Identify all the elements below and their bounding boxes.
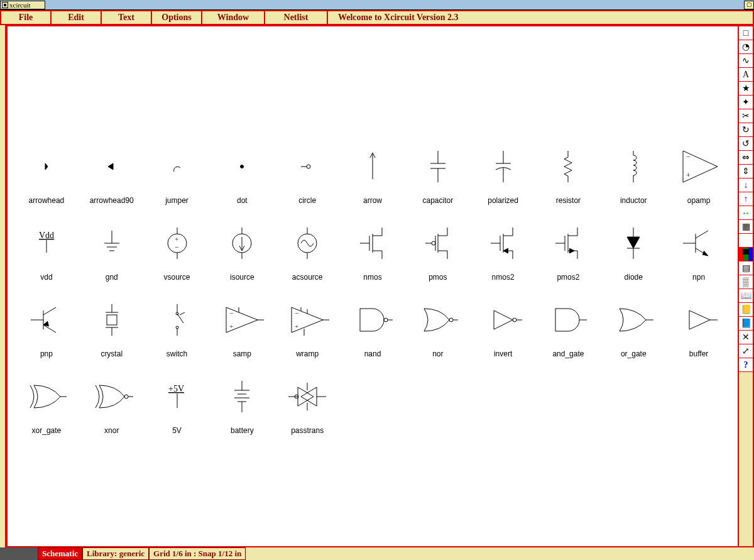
svg-line-81 [180,312,185,315]
symbol-crystal [79,293,145,347]
library-label: invert [494,349,512,358]
symbol-xnor [79,370,145,424]
library-item-opamp[interactable]: −+opamp [666,140,731,205]
tool-cut[interactable]: ✂ [739,109,753,123]
svg-text:−: − [229,309,233,317]
symbol-gnd [79,216,145,270]
library-item-resistor[interactable]: resistor [536,140,601,205]
tool-star[interactable]: ★ [739,82,753,96]
library-item-or_gate[interactable]: or_gate [601,293,666,358]
library-item-capacitor[interactable]: capacitor [405,140,471,205]
library-item-samp[interactable]: −+samp [209,293,275,358]
tool-book3[interactable]: 📘 [739,317,753,331]
svg-text:+: + [686,171,691,180]
tool-color-swatch[interactable]: ▀ [739,248,753,261]
status-schematic[interactable]: Schematic [38,547,82,560]
library-item-switch[interactable]: switch [145,293,210,358]
library-label: acsource [292,273,323,282]
window-title: xcircuit [9,1,31,9]
tool-rotate-cw[interactable]: ↻ [739,123,753,137]
tool-edit-star[interactable]: ✦ [739,96,753,109]
tool-zoom-fit[interactable]: ✕ [739,331,753,344]
library-label: isource [230,273,254,282]
library-label: dot [237,196,248,205]
library-item-nmos2[interactable]: nmos2 [471,216,536,282]
library-item-jumper[interactable]: jumper [145,140,210,205]
library-item-xor_gate[interactable]: xor_gate [14,370,79,435]
library-item-npn[interactable]: npn [666,216,731,282]
library-item-nmos[interactable]: nmos [340,216,405,282]
menu-text[interactable]: Text [102,11,152,24]
library-item-nor[interactable]: nor [405,293,471,358]
library-item-battery[interactable]: battery [209,370,275,435]
tool-book1[interactable]: 📖 [739,289,753,303]
tool-flip-h[interactable]: ⇔ [739,151,753,165]
library-item-5V[interactable]: +5V5V [145,370,210,435]
svg-point-0 [241,165,244,168]
menu-window[interactable]: Window [202,11,265,24]
library-label: arrowhead90 [90,196,134,205]
symbol-switch [145,293,210,347]
minimize-icon[interactable]: ▢ [744,1,754,9]
tool-flip-v[interactable]: ⇕ [739,165,753,178]
library-item-acsource[interactable]: acsource [275,216,340,282]
library-item-xnor[interactable]: xnor [79,370,145,435]
tool-rotate-ccw[interactable]: ↺ [739,137,753,151]
symbol-vdd: Vdd [14,216,79,270]
library-item-dot[interactable]: dot [209,140,275,205]
library-label: npn [692,273,705,282]
library-item-wramp[interactable]: −+wramp [275,293,340,358]
system-menu-icon[interactable]: xcircuit [0,1,45,9]
menu-options[interactable]: Options [152,11,202,24]
library-item-gnd[interactable]: gnd [79,216,145,282]
menu-bar: File Edit Text Options Window Netlist We… [0,10,754,25]
tool-book2[interactable]: 📒 [739,303,753,317]
library-item-diode[interactable]: diode [601,216,666,282]
menu-edit[interactable]: Edit [52,11,102,24]
symbol-polarized [471,140,536,194]
tool-spline[interactable]: ∿ [739,54,753,68]
library-item-circle[interactable]: circle [275,140,340,205]
svg-point-96 [449,318,453,322]
symbol-buffer [666,293,731,347]
library-item-isource[interactable]: isource [209,216,275,282]
menu-netlist[interactable]: Netlist [265,11,328,24]
library-item-passtrans[interactable]: passtrans [275,370,340,435]
library-label: inductor [620,196,647,205]
tool-text-tool[interactable]: A [739,68,753,82]
tool-arc[interactable]: ◔ [739,40,753,54]
library-item-crystal[interactable]: crystal [79,293,145,358]
library-item-and_gate[interactable]: and_gate [536,293,601,358]
library-item-nand[interactable]: nand [340,293,405,358]
library-label: polarized [488,196,518,205]
library-item-inductor[interactable]: inductor [601,140,666,205]
tool-arrow-down[interactable]: ↓ [739,178,753,192]
symbol-resistor [536,140,601,194]
tool-help[interactable]: ? [739,358,753,372]
library-item-pmos[interactable]: pmos [405,216,471,282]
symbol-capacitor [405,140,471,194]
library-label: opamp [687,196,711,205]
library-item-invert[interactable]: invert [471,293,536,358]
tool-fill-pattern1[interactable]: ▤ [739,261,753,275]
library-item-vsource[interactable]: +−vsource [145,216,210,282]
library-item-pnp[interactable]: pnp [14,293,79,358]
canvas[interactable]: arrowheadarrowhead90jumperdotcirclearrow… [6,25,739,547]
tool-grid-toggle[interactable]: ▦ [739,220,753,234]
menu-file[interactable]: File [1,11,52,24]
tool-split-h[interactable]: ↔ [739,206,753,220]
library-item-arrowhead[interactable]: arrowhead [14,140,79,205]
library-item-arrow[interactable]: arrow [340,140,405,205]
tool-arrow-up[interactable]: ↑ [739,192,753,206]
library-item-polarized[interactable]: polarized [471,140,536,205]
library-item-arrowhead90[interactable]: arrowhead90 [79,140,145,205]
tool-fill-pattern2[interactable]: ▒ [739,275,753,289]
library-label: arrowhead [29,196,65,205]
tool-zoom-out[interactable]: ⤢ [739,344,753,358]
tool-border[interactable] [739,234,753,248]
library-item-vdd[interactable]: Vddvdd [14,216,79,282]
tool-blank[interactable]: □ [739,26,753,40]
library-item-pmos2[interactable]: pmos2 [536,216,601,282]
library-item-buffer[interactable]: buffer [666,293,731,358]
library-label: or_gate [621,349,647,358]
